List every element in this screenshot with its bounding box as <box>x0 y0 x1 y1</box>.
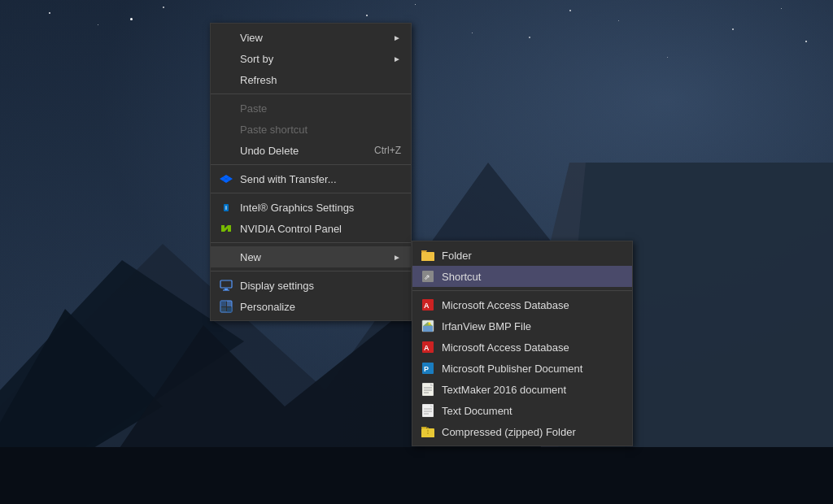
svg-text:A: A <box>424 344 430 352</box>
svg-rect-17 <box>227 307 232 312</box>
folder-icon <box>421 248 435 263</box>
svg-text:P: P <box>424 365 429 373</box>
paste-shortcut-label: Paste shortcut <box>240 124 307 136</box>
dropbox-icon <box>219 172 233 186</box>
nvidia-icon <box>219 221 233 236</box>
submenu-item-textmaker[interactable]: TextMaker 2016 document <box>412 379 632 400</box>
submenu-item-folder[interactable]: Folder <box>412 245 632 266</box>
context-menu-item-paste-shortcut: Paste shortcut <box>211 119 411 140</box>
separator-5 <box>211 271 411 272</box>
ms-access-2-label: Microsoft Access Database <box>442 341 569 354</box>
submenu-item-shortcut[interactable]: ⇗ Shortcut <box>412 266 632 287</box>
submenu-new: Folder ⇗ Shortcut A Microsoft Access Dat… <box>412 241 633 446</box>
folder-label: Folder <box>442 250 472 262</box>
svg-rect-15 <box>227 301 232 306</box>
separator-4 <box>211 242 411 243</box>
sortby-label: Sort by <box>240 53 273 65</box>
submenu-item-ms-publisher[interactable]: P Microsoft Publisher Document <box>412 358 632 379</box>
context-menu-item-refresh[interactable]: Refresh <box>211 69 411 90</box>
personalize-label: Personalize <box>240 301 295 313</box>
separator-2 <box>211 164 411 165</box>
svg-rect-25 <box>423 326 433 332</box>
svg-rect-10 <box>220 280 232 288</box>
context-menu-item-intel[interactable]: i Intel® Graphics Settings <box>211 197 411 218</box>
svg-rect-6 <box>0 447 833 504</box>
svg-rect-42 <box>427 428 429 429</box>
separator-3 <box>211 193 411 193</box>
context-menu-item-view[interactable]: View ► <box>211 27 411 48</box>
ms-access-icon-2: A <box>421 340 435 354</box>
ms-publisher-icon: P <box>421 361 435 376</box>
context-menu-item-display-settings[interactable]: Display settings <box>211 275 411 296</box>
paste-label: Paste <box>240 102 267 115</box>
context-menu: View ► Sort by ► Refresh Paste Paste sho… <box>210 23 412 321</box>
ms-publisher-label: Microsoft Publisher Document <box>442 363 582 375</box>
irfanview-icon <box>421 319 435 333</box>
undo-delete-shortcut: Ctrl+Z <box>374 145 401 156</box>
display-settings-icon <box>219 278 233 293</box>
intel-icon: i <box>219 200 233 215</box>
intel-label: Intel® Graphics Settings <box>240 202 354 214</box>
personalize-icon <box>219 299 233 314</box>
view-label: View <box>240 32 263 44</box>
display-settings-label: Display settings <box>240 280 314 292</box>
zip-label: Compressed (zipped) Folder <box>442 426 576 438</box>
submenu-item-text-document[interactable]: Text Document <box>412 400 632 421</box>
new-arrow: ► <box>393 253 401 262</box>
text-document-icon <box>421 403 435 418</box>
context-menu-item-nvidia[interactable]: NVIDIA Control Panel <box>211 218 411 239</box>
context-menu-item-new[interactable]: New ► <box>211 246 411 267</box>
submenu-separator-1 <box>412 290 632 291</box>
svg-text:A: A <box>424 302 430 310</box>
refresh-label: Refresh <box>240 74 277 86</box>
svg-rect-14 <box>220 301 226 306</box>
send-transfer-label: Send with Transfer... <box>240 173 337 185</box>
submenu-item-ms-access-2[interactable]: A Microsoft Access Database <box>412 337 632 358</box>
ms-access-icon-1: A <box>421 298 435 312</box>
svg-rect-16 <box>220 307 226 312</box>
irfanview-label: IrfanView BMP File <box>442 320 531 332</box>
svg-text:⇗: ⇗ <box>424 273 430 281</box>
zip-folder-icon <box>421 424 435 439</box>
context-menu-item-send-transfer[interactable]: Send with Transfer... <box>211 168 411 189</box>
svg-rect-43 <box>427 430 429 432</box>
textmaker-label: TextMaker 2016 document <box>442 384 566 396</box>
view-arrow: ► <box>393 33 401 42</box>
context-menu-item-sortby[interactable]: Sort by ► <box>211 48 411 69</box>
submenu-item-irfanview[interactable]: IrfanView BMP File <box>412 315 632 337</box>
separator-1 <box>211 93 411 94</box>
shortcut-label: Shortcut <box>442 271 481 283</box>
textmaker-icon <box>421 382 435 397</box>
undo-delete-label: Undo Delete <box>240 145 299 157</box>
new-label: New <box>240 251 261 263</box>
svg-rect-44 <box>427 432 429 434</box>
svg-point-27 <box>429 323 431 325</box>
nvidia-label: NVIDIA Control Panel <box>240 223 342 235</box>
context-menu-item-paste: Paste <box>211 98 411 119</box>
context-menu-item-personalize[interactable]: Personalize <box>211 296 411 317</box>
text-document-label: Text Document <box>442 405 512 417</box>
context-menu-item-undo-delete[interactable]: Undo Delete Ctrl+Z <box>211 140 411 161</box>
sortby-arrow: ► <box>393 54 401 63</box>
ms-access-1-label: Microsoft Access Database <box>442 299 569 311</box>
svg-rect-19 <box>421 253 434 261</box>
submenu-item-ms-access-1[interactable]: A Microsoft Access Database <box>412 294 632 315</box>
shortcut-icon: ⇗ <box>421 269 435 284</box>
submenu-item-zip[interactable]: Compressed (zipped) Folder <box>412 421 632 442</box>
